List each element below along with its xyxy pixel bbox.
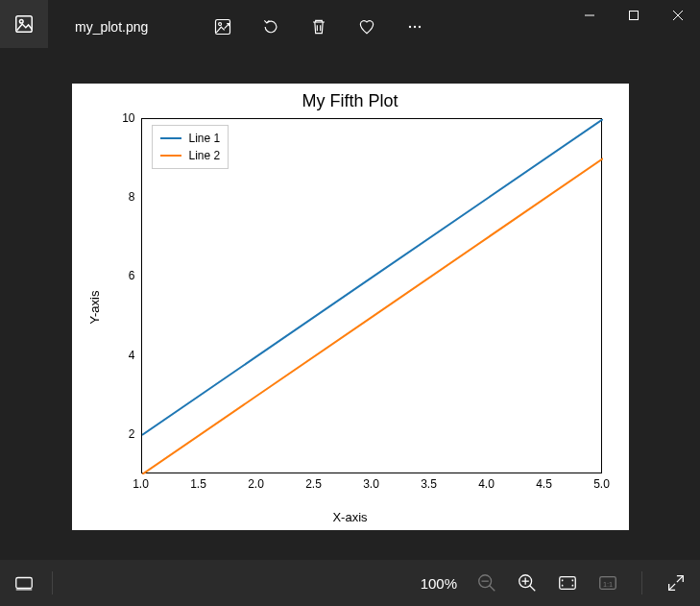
y-axis-label: Y-axis [86, 290, 101, 324]
y-tick: 4 [112, 349, 135, 362]
x-tick: 3.5 [421, 477, 437, 491]
svg-line-17 [530, 586, 536, 592]
y-tick: 6 [112, 269, 135, 282]
legend-item: Line 1 [160, 130, 221, 147]
svg-rect-8 [630, 12, 639, 20]
x-tick: 4.5 [536, 477, 552, 491]
svg-point-3 [219, 23, 222, 26]
x-axis-label: X-axis [72, 510, 629, 524]
separator [52, 571, 53, 594]
fullscreen-icon[interactable] [665, 572, 687, 594]
edit-icon[interactable] [211, 15, 234, 38]
x-tick: 4.0 [478, 477, 495, 491]
x-tick: 1.5 [190, 477, 206, 491]
x-tick: 2.0 [248, 477, 264, 491]
x-tick: 2.5 [305, 477, 322, 491]
legend-label: Line 1 [189, 132, 221, 145]
actual-size-icon[interactable]: 1:1 [597, 572, 618, 594]
svg-rect-2 [216, 20, 230, 35]
chart-title: My Fifth Plot [72, 91, 629, 111]
maximize-button[interactable] [612, 0, 656, 31]
svg-text:1:1: 1:1 [603, 580, 613, 589]
svg-rect-12 [16, 589, 33, 590]
legend: Line 1Line 2 [152, 125, 229, 169]
legend-label: Line 2 [189, 149, 221, 162]
zoom-percent: 100% [421, 575, 457, 592]
gallery-icon[interactable] [13, 572, 35, 594]
delete-icon[interactable] [307, 15, 330, 38]
svg-point-4 [409, 26, 411, 28]
zoom-out-icon[interactable] [476, 572, 497, 594]
svg-line-23 [677, 576, 683, 582]
rotate-icon[interactable] [259, 15, 282, 38]
y-tick: 2 [112, 427, 135, 441]
svg-rect-0 [16, 16, 33, 33]
svg-line-14 [490, 586, 495, 592]
svg-point-6 [419, 26, 421, 28]
favorite-icon[interactable] [355, 15, 378, 38]
fit-screen-icon[interactable] [557, 572, 578, 594]
legend-item: Line 2 [160, 147, 221, 164]
y-tick: 10 [112, 111, 135, 125]
svg-point-1 [19, 19, 23, 23]
app-icon[interactable] [0, 0, 48, 48]
x-tick: 5.0 [593, 477, 610, 491]
separator [641, 571, 642, 594]
svg-rect-20 [560, 577, 576, 590]
x-tick: 1.0 [133, 477, 149, 491]
svg-line-24 [669, 584, 675, 590]
y-tick: 8 [112, 190, 135, 204]
file-title: my_plot.png [48, 0, 202, 54]
zoom-in-icon[interactable] [517, 572, 538, 594]
x-tick: 3.0 [363, 477, 379, 491]
image-viewport[interactable]: My Fifth Plot Y-axis X-axis Line 1Line 2… [0, 54, 700, 560]
minimize-button[interactable] [567, 0, 612, 31]
svg-rect-11 [16, 578, 33, 589]
plot-image: My Fifth Plot Y-axis X-axis Line 1Line 2… [72, 84, 629, 530]
close-button[interactable] [656, 0, 700, 31]
svg-point-5 [414, 26, 416, 28]
more-icon[interactable] [403, 15, 426, 38]
